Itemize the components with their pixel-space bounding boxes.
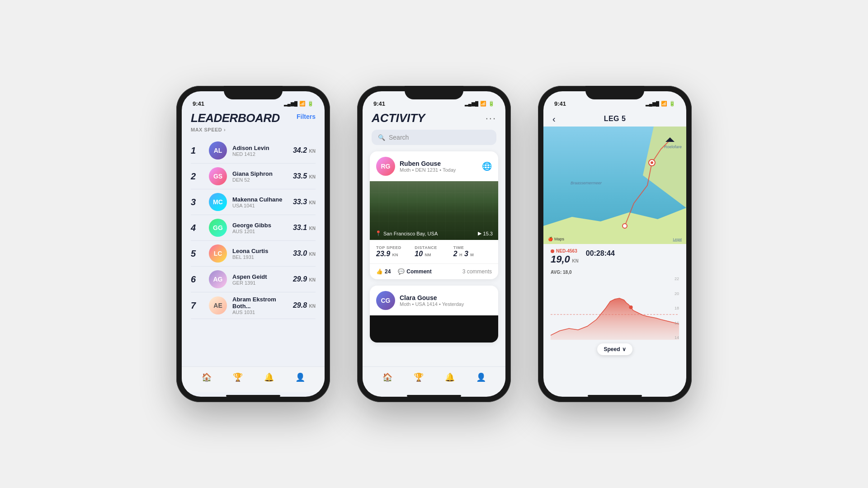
globe-icon: 🌐	[482, 161, 492, 171]
battery-icon-1: 🔋	[307, 101, 314, 107]
avatar: LC	[209, 244, 227, 263]
avatar: GS	[209, 167, 227, 185]
table-row[interactable]: 1 AL Adison Levin NED 1412 34.2 KN	[191, 138, 316, 164]
home-indicator-3	[588, 395, 642, 397]
leaderboard-content: LEADERBOARD Filters MAX SPEED › 1 AL Adi…	[182, 111, 325, 366]
status-icons-3: ▂▄▆█ 📶 🔋	[646, 101, 675, 107]
top-speed-unit: KN	[392, 253, 398, 257]
nav-profile[interactable]: 👤	[294, 371, 306, 383]
time-min: 3	[464, 250, 468, 258]
phones-container: 9:41 ▂▄▆█ 📶 🔋 LEADERBOARD Filters MAX SP…	[158, 68, 710, 420]
activity-map: 📍 San Francisco Bay, USA ▶ 15.3	[370, 181, 498, 240]
leg-stats: NED-4563 19,0 KN 00:28:44	[543, 244, 686, 270]
search-placeholder: Search	[389, 134, 409, 141]
comment-btn[interactable]: 💬 Comment	[398, 268, 431, 275]
table-row[interactable]: 6 AG Aspen Geidt GER 1391 29.9 KN	[191, 267, 316, 292]
ned-id: NED-4563	[551, 249, 579, 253]
time-label: TIME	[453, 245, 492, 250]
leg-header: ‹ LEG 5	[543, 111, 686, 127]
svg-point-5	[629, 305, 632, 309]
phone-leaderboard: 9:41 ▂▄▆█ 📶 🔋 LEADERBOARD Filters MAX SP…	[176, 86, 330, 402]
activity-map-2	[370, 315, 498, 343]
lb-filters-btn[interactable]: Filters	[297, 113, 316, 120]
nav-bell-2[interactable]: 🔔	[444, 371, 456, 383]
avatar: MC	[209, 193, 227, 211]
avatar-clara: CG	[376, 291, 395, 310]
activity-content: ACTIVITY ··· 🔍 Search RG Ruben Gouse Mot…	[363, 111, 505, 366]
like-count: 24	[385, 268, 391, 275]
signal-icon-1: ▂▄▆█	[284, 101, 297, 106]
avatar: AG	[209, 270, 227, 288]
table-row[interactable]: 7 AE Abram Ekstrom Both... AUS 1031 29.8…	[191, 292, 316, 319]
avatar-ruben: RG	[376, 157, 395, 176]
lb-header: LEADERBOARD Filters	[191, 111, 316, 125]
search-bar[interactable]: 🔍 Search	[372, 130, 496, 145]
leg-map: Braassemermeer Roelofare 🍎	[543, 127, 686, 244]
avatar: AL	[209, 141, 227, 160]
speed-dropdown-btn[interactable]: Speed ∨	[597, 343, 632, 355]
location-label: 📍 San Francisco Bay, USA	[375, 230, 438, 236]
time-value: 2	[453, 250, 458, 258]
table-row[interactable]: 3 MC Makenna Culhane USA 1041 33.3 KN	[191, 189, 316, 215]
nav-bell[interactable]: 🔔	[263, 371, 275, 383]
act-title: ACTIVITY	[372, 111, 425, 125]
nav-profile-2[interactable]: 👤	[475, 371, 487, 383]
wifi-icon-3: 📶	[661, 101, 667, 107]
more-options-btn[interactable]: ···	[486, 113, 496, 124]
notch-2	[405, 86, 463, 99]
status-time-2: 9:41	[373, 100, 385, 107]
avg-label: AVG: 18,0	[551, 270, 679, 275]
act-stats: TOP SPEED 23.9 KN DISTANCE 10 NM	[370, 240, 498, 263]
legal-label[interactable]: Legal	[673, 237, 682, 241]
activity-card-2[interactable]: CG Clara Gouse Moth • USA 1414 • Yesterd…	[370, 286, 498, 343]
svg-point-2	[651, 161, 653, 164]
top-speed-label: TOP SPEED	[376, 245, 415, 250]
avatar: GG	[209, 219, 227, 237]
user-name: Ruben Gouse	[400, 160, 477, 167]
nav-home-2[interactable]: 🏠	[382, 371, 393, 383]
notch-1	[224, 86, 283, 99]
status-icons-2: ▂▄▆█ 📶 🔋	[465, 101, 495, 107]
home-indicator-2	[407, 395, 461, 397]
status-time-1: 9:41	[193, 100, 204, 107]
table-row[interactable]: 4 GG George Gibbs AUS 1201 33.1 KN	[191, 215, 316, 241]
thumb-icon: 👍	[376, 268, 383, 275]
svg-point-0	[623, 224, 627, 228]
table-row[interactable]: 2 GS Giana Siphron DEN 52 33.5 KN	[191, 164, 316, 189]
lb-title: LEADERBOARD	[191, 111, 280, 125]
battery-icon-2: 🔋	[488, 101, 495, 107]
lb-subtitle: MAX SPEED ›	[191, 127, 316, 132]
apple-maps-label: 🍎 Maps	[548, 237, 564, 241]
chart-svg	[551, 277, 679, 340]
chevron-down-icon: ∨	[622, 346, 626, 352]
status-icons-1: ▂▄▆█ 📶 🔋	[284, 101, 314, 107]
wifi-icon-2: 📶	[480, 101, 486, 107]
activity-card-1[interactable]: RG Ruben Gouse Moth • DEN 1231 • Today 🌐…	[370, 151, 498, 279]
avatar: AE	[209, 296, 227, 314]
comment-icon: 💬	[398, 268, 405, 275]
bottom-nav-2: 🏠 🏆 🔔 👤	[363, 366, 505, 392]
nav-trophy-2[interactable]: 🏆	[413, 371, 425, 383]
leg-speed-unit: KN	[572, 258, 578, 263]
act-header: ACTIVITY ···	[363, 111, 505, 130]
comments-count: 3 comments	[462, 268, 492, 275]
back-btn[interactable]: ‹	[552, 114, 556, 124]
user-name-2: Clara Gouse	[400, 294, 492, 301]
nav-trophy[interactable]: 🏆	[232, 371, 244, 383]
y-labels: 22 20 18 16 14	[675, 277, 679, 340]
user-meta: Moth • DEN 1231 • Today	[400, 167, 477, 173]
table-row[interactable]: 5 LC Leona Curtis BEL 1931 33.0 KN	[191, 241, 316, 267]
battery-icon-3: 🔋	[669, 101, 675, 107]
home-indicator-1	[226, 395, 280, 397]
search-icon: 🔍	[378, 134, 385, 141]
chart-area: AVG: 18,0	[543, 270, 686, 392]
like-btn[interactable]: 👍 24	[376, 268, 391, 275]
comment-label: Comment	[406, 268, 431, 275]
speed-chart: 22 20 18 16 14	[551, 277, 679, 340]
distance-value: 10	[415, 250, 423, 258]
ned-dot	[551, 249, 554, 253]
signal-icon-3: ▂▄▆█	[646, 101, 659, 106]
nav-home[interactable]: 🏠	[201, 371, 212, 383]
top-speed-value: 23.9	[376, 250, 390, 258]
map-speed: ▶ 15.3	[478, 230, 493, 236]
